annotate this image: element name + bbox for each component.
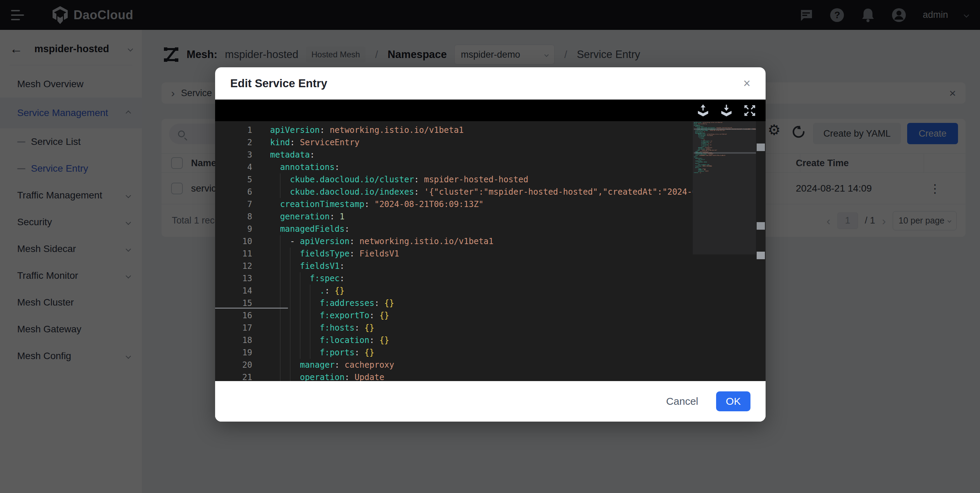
line-number: 2 [215, 136, 270, 149]
code-line[interactable]: 11fieldsType: FieldsV1 [215, 247, 765, 260]
line-content: operation: Update [270, 371, 384, 381]
code-line[interactable]: 14.: {} [215, 285, 765, 297]
code-line[interactable]: 1apiVersion: networking.istio.io/v1beta1 [215, 124, 765, 136]
line-number: 10 [215, 235, 270, 247]
modal-header: Edit Service Entry × [215, 67, 765, 100]
minimap-slider-edge [215, 308, 288, 309]
code-line[interactable]: 8generation: 1 [215, 211, 765, 223]
line-content: creationTimestamp: "2024-08-21T06:09:13Z… [270, 198, 484, 211]
line-content: .: {} [270, 285, 345, 297]
line-content: - apiVersion: networking.istio.io/v1beta… [270, 235, 493, 247]
line-number: 8 [215, 211, 270, 223]
code-line[interactable]: 15f:addresses: {} [215, 297, 765, 309]
code-line[interactable]: 13f:spec: [215, 272, 765, 285]
code-line[interactable]: 5ckube.daocloud.io/cluster: mspider-host… [215, 173, 765, 186]
line-content: fieldsV1: [270, 260, 345, 272]
line-content: f:ports: {} [270, 346, 374, 359]
code-line[interactable]: 7creationTimestamp: "2024-08-21T06:09:13… [215, 198, 765, 211]
line-content: manager: cacheproxy [270, 359, 394, 371]
code-line[interactable]: 16f:exportTo: {} [215, 309, 765, 322]
code-line[interactable]: 17f:hosts: {} [215, 322, 765, 334]
editor-toolbar [215, 100, 765, 121]
line-content: ckube.daocloud.io/cluster: mspider-hoste… [270, 173, 528, 186]
code-line[interactable]: 20manager: cacheproxy [215, 359, 765, 371]
edit-service-entry-modal: Edit Service Entry × 1apiVersion: networ… [215, 67, 765, 422]
line-content: managedFields: [270, 223, 350, 235]
line-number: 1 [215, 124, 270, 136]
line-number: 7 [215, 198, 270, 211]
ok-button[interactable]: OK [716, 392, 751, 411]
modal-close-icon[interactable]: × [743, 77, 751, 90]
editor-code[interactable]: 1apiVersion: networking.istio.io/v1beta1… [215, 124, 765, 381]
line-number: 4 [215, 161, 270, 173]
code-line[interactable]: 2kind: ServiceEntry [215, 136, 765, 149]
line-number: 18 [215, 334, 270, 346]
line-number: 3 [215, 149, 270, 161]
code-line[interactable]: 19f:ports: {} [215, 346, 765, 359]
line-content: f:spec: [270, 272, 345, 285]
line-number: 17 [215, 322, 270, 334]
line-number: 13 [215, 272, 270, 285]
code-line[interactable]: 9managedFields: [215, 223, 765, 235]
fullscreen-icon[interactable] [742, 103, 757, 118]
ruler-marker [757, 144, 765, 151]
line-content: f:location: {} [270, 334, 389, 346]
editor-minimap[interactable]: apiVersion: networking.istio.io/v1beta1k… [693, 121, 756, 381]
code-line[interactable]: 4annotations: [215, 161, 765, 173]
line-number: 16 [215, 309, 270, 322]
overview-ruler [756, 121, 765, 381]
line-content: fieldsType: FieldsV1 [270, 247, 399, 260]
line-content: metadata: [270, 149, 315, 161]
modal-footer: Cancel OK [215, 381, 765, 422]
ruler-marker [757, 222, 765, 230]
line-content: kind: ServiceEntry [270, 136, 360, 149]
download-icon[interactable] [719, 103, 734, 118]
line-content: ckube.daocloud.io/indexes: '{"cluster":"… [270, 186, 697, 198]
code-line[interactable]: 10- apiVersion: networking.istio.io/v1be… [215, 235, 765, 247]
cancel-button[interactable]: Cancel [666, 395, 698, 407]
line-content: f:addresses: {} [270, 297, 394, 309]
line-content: apiVersion: networking.istio.io/v1beta1 [270, 124, 464, 136]
line-content: generation: 1 [270, 211, 345, 223]
code-line[interactable]: 6ckube.daocloud.io/indexes: '{"cluster":… [215, 186, 765, 198]
line-number: 20 [215, 359, 270, 371]
code-line[interactable]: 18f:location: {} [215, 334, 765, 346]
code-line[interactable]: 12fieldsV1: [215, 260, 765, 272]
line-number: 11 [215, 247, 270, 260]
line-number: 6 [215, 186, 270, 198]
yaml-editor[interactable]: 1apiVersion: networking.istio.io/v1beta1… [215, 121, 765, 381]
line-number: 12 [215, 260, 270, 272]
line-content: annotations: [270, 161, 339, 173]
ruler-marker [757, 252, 765, 259]
line-number: 19 [215, 346, 270, 359]
line-content: f:hosts: {} [270, 322, 374, 334]
line-content: f:exportTo: {} [270, 309, 389, 322]
minimap-slider[interactable] [693, 121, 756, 254]
upload-icon[interactable] [695, 103, 711, 118]
code-line[interactable]: 21operation: Update [215, 371, 765, 381]
line-number: 5 [215, 173, 270, 186]
modal-title: Edit Service Entry [230, 77, 327, 90]
code-line[interactable]: 3metadata: [215, 149, 765, 161]
line-number: 21 [215, 371, 270, 381]
line-number: 14 [215, 285, 270, 297]
line-number: 9 [215, 223, 270, 235]
